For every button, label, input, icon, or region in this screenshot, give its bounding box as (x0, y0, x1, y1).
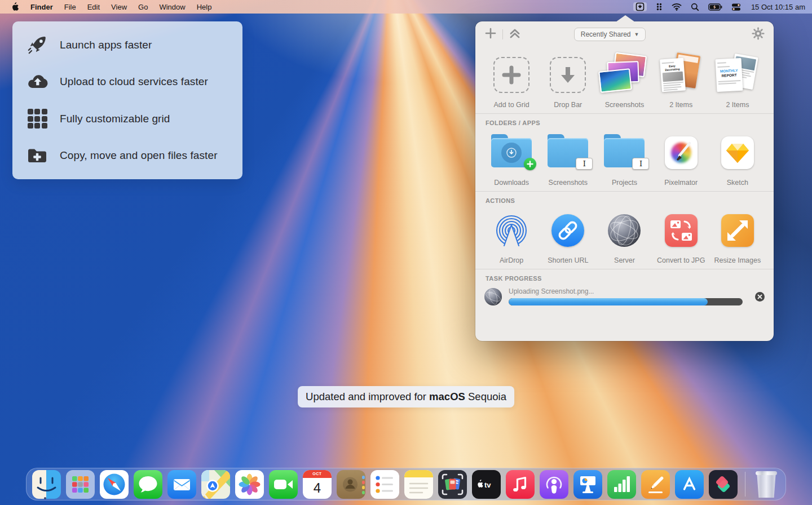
item-label: Drop Bar (540, 101, 596, 109)
pixelmator-app-item[interactable]: Pixelmator (653, 131, 709, 187)
add-to-grid-item[interactable]: Add to Grid (483, 53, 540, 109)
menu-item-file[interactable]: File (59, 3, 82, 11)
two-items-stack-2[interactable]: MONTHLY REPORT 2 Items (709, 53, 766, 109)
dock-reminders-icon[interactable] (370, 470, 399, 499)
dock-notes-icon[interactable] (404, 470, 433, 499)
dock-music-icon[interactable] (506, 470, 535, 499)
cancel-task-button[interactable] (755, 292, 765, 302)
downloads-folder-icon (491, 138, 532, 167)
dock-maps-icon[interactable] (201, 470, 230, 499)
dots-status-icon[interactable] (656, 2, 663, 11)
menu-item-edit[interactable]: Edit (82, 3, 105, 11)
dock-finder-icon[interactable] (32, 470, 61, 499)
drop-bar-icon (550, 57, 586, 93)
two-items-stack-1[interactable]: Easy Decorating 2 Items (653, 53, 709, 109)
finder-running-indicator (44, 497, 46, 499)
green-plus-badge (524, 158, 536, 170)
menu-item-help[interactable]: Help (191, 3, 218, 11)
dock: OCT 4 tv (26, 468, 786, 500)
item-label: Shorten URL (540, 256, 596, 264)
control-center-icon[interactable] (731, 2, 741, 11)
feature-callout-panel: Launch apps faster Upload to cloud servi… (12, 21, 242, 179)
svg-text:tv: tv (484, 481, 491, 489)
shorten-url-action-item[interactable]: Shorten URL (540, 209, 596, 264)
add-to-grid-icon (493, 57, 529, 93)
calendar-day: 4 (303, 478, 332, 499)
menu-item-view[interactable]: View (105, 3, 133, 11)
menu-item-finder[interactable]: Finder (25, 3, 59, 11)
upload-task-row: Uploading Screenshot.png... (475, 283, 774, 305)
dock-safari-icon[interactable] (100, 470, 129, 499)
convert-to-jpg-action-item[interactable]: Convert to JPG (653, 209, 709, 264)
dock-trash-icon[interactable] (755, 471, 778, 498)
caption-bold: macOS (429, 391, 465, 402)
actions-section-title: ACTIONS (475, 192, 774, 205)
task-avatar-globe-icon (484, 288, 502, 305)
caption-prefix: Updated and improved for (306, 391, 429, 402)
dock-launchpad-icon[interactable] (66, 470, 95, 499)
dock-app-store-icon[interactable] (675, 470, 704, 499)
dock-calendar-icon[interactable]: OCT 4 (303, 470, 332, 499)
feature-custom-grid: Fully customizable grid (26, 108, 229, 130)
screenshots-folder-item[interactable]: I Screenshots (540, 131, 596, 187)
dock-keynote-icon[interactable] (573, 470, 602, 499)
download-arrow-badge (501, 143, 522, 163)
recently-shared-dropdown[interactable]: Recently Shared ▼ (574, 28, 646, 41)
actions-grid: AirDrop Shorten URL Server Convert to JP… (475, 205, 774, 269)
wifi-icon[interactable] (672, 2, 682, 11)
progress-bar (509, 298, 743, 305)
item-label: Convert to JPG (653, 256, 709, 264)
screenshots-stack-item[interactable]: Screenshots (596, 53, 652, 109)
item-label: AirDrop (483, 256, 540, 264)
spotlight-search-icon[interactable] (691, 2, 699, 11)
dock-divider (745, 472, 745, 497)
screenshots-folder-icon: I (548, 138, 588, 167)
drop-bar-item[interactable]: Drop Bar (540, 53, 596, 109)
grid-icon (26, 108, 48, 130)
menu-item-go[interactable]: Go (133, 3, 153, 11)
dock-numbers-icon[interactable] (607, 470, 636, 499)
text-cursor-badge: I (632, 158, 649, 170)
feature-label: Upload to cloud services faster (60, 76, 208, 88)
rocket-icon (26, 34, 48, 56)
cloud-upload-icon (26, 70, 48, 93)
menu-item-window[interactable]: Window (153, 3, 191, 11)
item-label: Screenshots (540, 179, 596, 187)
menu-bar: Finder File Edit View Go Window Help 15 … (0, 0, 812, 14)
progress-fill (509, 298, 708, 305)
airdrop-action-item[interactable]: AirDrop (483, 209, 540, 264)
resize-arrows-icon (721, 214, 754, 247)
pixelmator-icon (665, 136, 698, 169)
recently-shared-grid: Add to Grid Drop Bar Screenshots Easy De… (475, 47, 774, 113)
battery-charging-icon[interactable] (708, 2, 722, 11)
sketch-app-item[interactable]: Sketch (709, 131, 766, 187)
add-button[interactable] (484, 27, 497, 42)
calendar-month: OCT (303, 470, 332, 478)
collapse-button[interactable] (509, 28, 521, 41)
item-label: 2 Items (653, 101, 709, 109)
dock-photos-icon[interactable] (235, 470, 264, 499)
resize-images-action-item[interactable]: Resize Images (709, 209, 766, 264)
projects-folder-icon: I (604, 138, 645, 167)
feature-label: Copy, move and open files faster (60, 149, 218, 162)
menubar-clock[interactable]: 15 Oct 10:15 am (750, 3, 805, 11)
feature-upload-cloud: Upload to cloud services faster (26, 70, 229, 93)
projects-folder-item[interactable]: I Projects (596, 131, 652, 187)
dock-shortcuts-icon[interactable] (709, 470, 738, 499)
dock-apple-tv-icon[interactable]: tv (472, 470, 501, 499)
dropzone-menubar-icon[interactable] (633, 2, 647, 11)
settings-gear-button[interactable] (752, 27, 765, 42)
dock-contacts-icon[interactable] (337, 470, 365, 499)
dock-mail-icon[interactable] (167, 470, 196, 499)
server-action-item[interactable]: Server (596, 209, 652, 264)
dock-messages-icon[interactable] (134, 470, 162, 499)
item-label: Projects (596, 179, 652, 187)
feature-label: Fully customizable grid (60, 113, 170, 125)
dock-facetime-icon[interactable] (269, 470, 298, 499)
dock-podcasts-icon[interactable] (540, 470, 568, 499)
dock-capture-cards-icon[interactable] (438, 470, 467, 499)
globe-server-icon (608, 214, 641, 247)
downloads-folder-item[interactable]: Downloads (483, 131, 540, 187)
dock-pages-icon[interactable] (641, 470, 670, 499)
apple-logo-icon[interactable] (10, 2, 19, 11)
